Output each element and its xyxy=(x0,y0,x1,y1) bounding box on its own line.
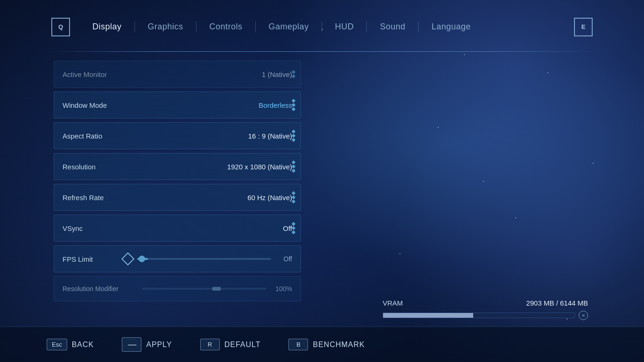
spinner-dot-mid xyxy=(292,165,295,168)
back-label: BACK xyxy=(72,341,94,349)
benchmark-button[interactable]: B BENCHMARK xyxy=(288,339,364,350)
res-modifier-label: Resolution Modifier xyxy=(63,285,137,292)
aspect-ratio-label: Aspect Ratio xyxy=(63,132,102,140)
nav-tabs: Display Graphics Controls Gameplay HUD S… xyxy=(79,18,565,35)
resolution-value: 1920 x 1080 (Native) xyxy=(227,163,292,171)
star-deco xyxy=(399,253,400,254)
star-deco xyxy=(483,181,484,182)
spinner-dot-up xyxy=(292,99,295,103)
spinner-dot-up xyxy=(292,130,295,133)
spinner-dot-up xyxy=(292,191,295,195)
setting-resolution[interactable]: Resolution 1920 x 1080 (Native) xyxy=(54,153,301,180)
tab-gameplay[interactable]: Gameplay xyxy=(256,18,322,35)
tab-controls[interactable]: Controls xyxy=(196,18,256,35)
window-mode-spinner[interactable] xyxy=(292,99,295,111)
default-label: DEFAULT xyxy=(224,341,261,349)
vsync-value: Off xyxy=(283,224,292,232)
active-monitor-value: 1 (Native) xyxy=(262,70,292,78)
aspect-ratio-spinner[interactable] xyxy=(292,130,295,141)
refresh-rate-label: Refresh Rate xyxy=(63,194,104,202)
settings-panel: Active Monitor 1 (Native) Window Mode Bo… xyxy=(54,61,301,325)
setting-window-mode[interactable]: Window Mode Borderless xyxy=(54,91,301,118)
tab-display[interactable]: Display xyxy=(79,18,135,35)
setting-vsync[interactable]: VSync Off xyxy=(54,215,301,242)
window-mode-value: Borderless xyxy=(259,101,292,109)
res-modifier-track[interactable] xyxy=(142,288,266,290)
resolution-label: Resolution xyxy=(63,163,96,171)
res-modifier-thumb[interactable] xyxy=(212,287,221,291)
refresh-rate-value: 60 Hz (Native) xyxy=(247,194,292,202)
star-deco xyxy=(464,54,465,55)
spinner-dot-up xyxy=(292,70,295,74)
spinner-dot-down xyxy=(292,107,295,111)
setting-aspect-ratio[interactable]: Aspect Ratio 16 : 9 (Native) xyxy=(54,122,301,149)
active-monitor-spinner[interactable] xyxy=(292,71,295,78)
default-button[interactable]: R DEFAULT xyxy=(200,339,261,350)
back-key: Esc xyxy=(47,339,67,350)
benchmark-label: BENCHMARK xyxy=(313,341,364,349)
bottom-bar: Esc BACK — APPLY R DEFAULT B BENCHMARK xyxy=(0,327,644,362)
spinner-dot-down xyxy=(292,138,295,142)
fps-limit-thumb[interactable] xyxy=(139,256,145,262)
spinner-dot-down xyxy=(292,74,295,78)
spinner-dot-mid xyxy=(292,226,295,230)
window-mode-label: Window Mode xyxy=(63,101,107,109)
apply-button[interactable]: — APPLY xyxy=(122,337,172,352)
benchmark-key: B xyxy=(288,339,308,350)
default-key: R xyxy=(200,339,220,350)
vram-label: VRAM xyxy=(383,299,403,307)
back-button[interactable]: Esc BACK xyxy=(47,339,94,350)
vram-section: VRAM 2903 MB / 6144 MB ✕ xyxy=(383,299,588,320)
setting-resolution-modifier[interactable]: Resolution Modifier 100% xyxy=(54,276,301,301)
star-deco xyxy=(438,127,439,128)
nav-divider xyxy=(47,51,597,52)
resolution-spinner[interactable] xyxy=(292,161,295,172)
apply-key: — xyxy=(122,337,141,352)
fps-limit-value: Off xyxy=(276,255,292,263)
vram-info-icon[interactable]: ✕ xyxy=(579,311,588,320)
star-deco xyxy=(515,217,516,218)
refresh-rate-spinner[interactable] xyxy=(292,192,295,203)
vsync-spinner[interactable] xyxy=(292,223,295,234)
vram-used-fill xyxy=(383,313,473,318)
spinner-dot-down xyxy=(292,200,295,203)
nav-bar: Q Display Graphics Controls Gameplay HUD… xyxy=(0,0,644,54)
spinner-dot-mid xyxy=(292,103,295,107)
tab-sound[interactable]: Sound xyxy=(367,18,419,35)
setting-fps-limit[interactable]: FPS Limit Off xyxy=(54,245,301,272)
spinner-dot-up xyxy=(292,222,295,226)
nav-right-key[interactable]: E xyxy=(574,18,593,36)
setting-refresh-rate[interactable]: Refresh Rate 60 Hz (Native) xyxy=(54,184,301,211)
fps-limit-diamond xyxy=(121,252,134,265)
setting-active-monitor[interactable]: Active Monitor 1 (Native) xyxy=(54,61,301,88)
active-monitor-label: Active Monitor xyxy=(63,70,107,78)
spinner-dot-mid xyxy=(292,195,295,199)
tab-graphics[interactable]: Graphics xyxy=(135,18,196,35)
tab-language[interactable]: Language xyxy=(419,18,484,35)
aspect-ratio-value: 16 : 9 (Native) xyxy=(248,132,292,140)
nav-left-key[interactable]: Q xyxy=(51,18,70,36)
vram-header: VRAM 2903 MB / 6144 MB xyxy=(383,299,588,307)
res-modifier-value: 100% xyxy=(271,285,292,292)
tab-hud[interactable]: HUD xyxy=(322,18,367,35)
apply-label: APPLY xyxy=(146,341,172,349)
vram-bar-container: ✕ xyxy=(383,311,588,320)
vram-bar xyxy=(383,313,575,318)
fps-limit-track[interactable] xyxy=(137,258,271,260)
spinner-dot-up xyxy=(292,160,295,164)
vram-value: 2903 MB / 6144 MB xyxy=(526,299,588,307)
vsync-label: VSync xyxy=(63,224,83,232)
spinner-dot-down xyxy=(292,169,295,173)
spinner-dot-mid xyxy=(292,134,295,138)
fps-limit-label: FPS Limit xyxy=(63,255,119,263)
star-deco xyxy=(547,72,548,73)
spinner-dot-down xyxy=(292,230,295,234)
star-deco xyxy=(593,163,594,164)
